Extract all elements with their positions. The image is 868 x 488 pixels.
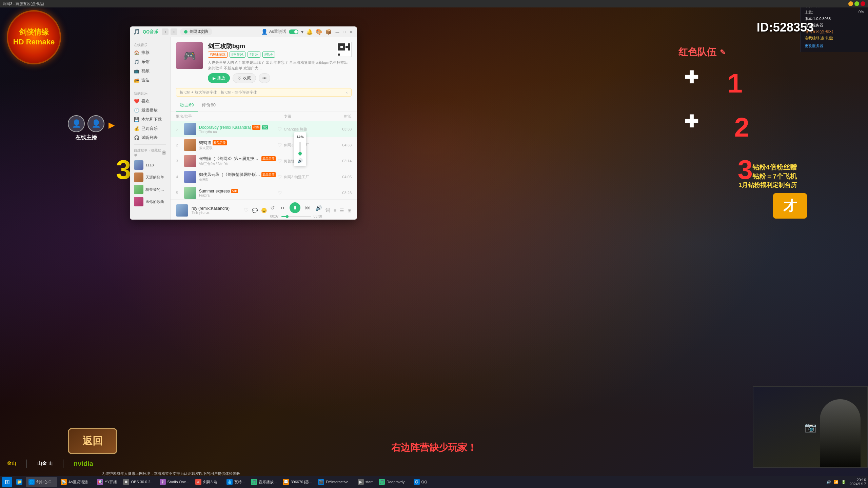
- hint-close-btn[interactable]: ×: [346, 90, 348, 95]
- player-body: 在线音乐 🏠 推荐 🎵 乐馆 📺 视频 📻 雷达 我的音乐 ❤️ 喜欢: [130, 37, 357, 220]
- volume-btn[interactable]: 🔊: [315, 205, 322, 211]
- sidebar-item-purchased[interactable]: 💰 已购音乐: [130, 124, 170, 133]
- player-maximize-btn[interactable]: □: [341, 29, 347, 35]
- sidebar-item-local[interactable]: 💾 本地和下载: [130, 115, 170, 124]
- sidebar-item-songs[interactable]: 🎵 乐馆: [130, 57, 170, 66]
- live-arrow-icon[interactable]: ▶: [108, 120, 115, 130]
- taskbar-item-obs[interactable]: ⏺ OBS 30.0.2...: [120, 477, 156, 487]
- playlist-item-4[interactable]: 送你的歌曲: [130, 196, 170, 208]
- mini-mode-btn[interactable]: ⊞: [348, 208, 352, 213]
- emoji-icon[interactable]: 😊: [261, 208, 267, 213]
- next-btn[interactable]: ⏭: [305, 205, 311, 211]
- taskbar-item-explorer[interactable]: 📁: [14, 477, 25, 487]
- prev-btn[interactable]: ⏮: [279, 205, 285, 211]
- song-row[interactable]: 4 御侠风云录（《剑侠情缘网络版3》器... 极品音质 剑网3 ♡ 剑网3 动漫…: [171, 169, 357, 185]
- song-like-btn[interactable]: ♡: [276, 173, 284, 181]
- taskbar-item-chat[interactable]: 💬 396676·[器...: [280, 477, 315, 487]
- sidebar-item-favorites[interactable]: ❤️ 喜欢: [130, 97, 170, 106]
- sidebar-item-recent[interactable]: 🕐 最近播放: [130, 106, 170, 115]
- playlist-item-2[interactable]: 天涯的歌单: [130, 171, 170, 183]
- notification-icon[interactable]: 🔔: [306, 28, 313, 35]
- lyrics-btn[interactable]: 词: [326, 207, 330, 214]
- song-number: 4: [176, 175, 184, 179]
- skin-icon[interactable]: 🎨: [316, 28, 322, 35]
- repeat-icon[interactable]: ↺: [270, 205, 275, 211]
- upload-label: 上载:: [805, 10, 813, 15]
- play-all-btn[interactable]: ▶ 播放: [208, 73, 230, 83]
- playlist-btn[interactable]: ☰: [340, 208, 344, 213]
- playlist-cover-art: 🎮: [176, 42, 203, 69]
- add-playlist-btn[interactable]: +: [162, 150, 166, 155]
- sidebar-item-trial[interactable]: 🎧 试听列表: [130, 133, 170, 142]
- player-title-bar: 🎵 QQ音乐 ‹ › 剑网3攻防 👤 As重说话 ▾ 🔔 🎨 📦 — □ ×: [130, 26, 357, 37]
- nav-back-btn[interactable]: ‹: [162, 28, 169, 35]
- play-pause-btn[interactable]: ⏸: [290, 202, 300, 213]
- taskbar-item-wat[interactable]: 💧 瓦特...: [224, 477, 248, 487]
- nav-controls: ‹ ›: [162, 28, 177, 35]
- song-like-btn[interactable]: ♡: [276, 141, 284, 149]
- progress-handle[interactable]: [286, 215, 289, 218]
- taskbar-item-start[interactable]: ▶ start: [355, 477, 375, 487]
- song-number: 2: [176, 143, 184, 147]
- progress-track[interactable]: [281, 216, 311, 217]
- song-like-btn[interactable]: ♡: [276, 157, 284, 165]
- tray-icon-3[interactable]: 🔋: [841, 479, 847, 485]
- song-row[interactable]: 2 鹤鸣道 极品音质 萤火爱歌 ♡ 剑网3 动漫工厂 04:33: [171, 137, 357, 153]
- tray-icon-2[interactable]: 📶: [833, 479, 839, 485]
- volume-handle[interactable]: [298, 152, 302, 155]
- red-team-edit-icon[interactable]: ✎: [720, 48, 726, 56]
- song-thumb: [184, 139, 196, 151]
- return-button[interactable]: 返回: [68, 428, 117, 454]
- song-row[interactable]: 3 何曾懂（《剑网3》第三届竞技大师赛... 极品音质 Vk/三食Jw / Ak…: [171, 153, 357, 169]
- video-icon: 📺: [134, 68, 139, 74]
- upload-value: 0%: [859, 10, 864, 15]
- minimize-btn[interactable]: [848, 1, 853, 6]
- taskbar-item-game[interactable]: ⚔ 剑网3·端...: [193, 477, 223, 487]
- qq-music-name: QQ音乐: [143, 29, 158, 35]
- song-like-btn[interactable]: ♡: [276, 189, 284, 197]
- equalizer-btn[interactable]: ≡: [334, 208, 336, 213]
- song-album: Changes 热跑: [284, 127, 331, 132]
- player-minimize-btn[interactable]: —: [335, 29, 340, 35]
- sidebar-item-radio[interactable]: 📻 雷达: [130, 76, 170, 85]
- tray-icon-1[interactable]: 🔊: [826, 479, 832, 485]
- sidebar-item-videos[interactable]: 📺 视频: [130, 66, 170, 76]
- volume-track[interactable]: [299, 142, 301, 156]
- like-btn[interactable]: ♡: [244, 207, 249, 214]
- settings-icon[interactable]: 📦: [325, 28, 332, 35]
- playlist-name-4: 送你的歌曲: [145, 199, 164, 204]
- start-button[interactable]: ⊞: [2, 477, 12, 487]
- taskbar-item-browser[interactable]: 🌐 剑中心·G...: [26, 477, 57, 487]
- taskbar-item-studio[interactable]: 🎙 Studio One...: [157, 477, 192, 487]
- song-row[interactable]: 5 Summer express VIP Frazira ♡ 03:23: [171, 185, 357, 199]
- song-like-btn[interactable]: ♡: [276, 125, 284, 133]
- yellow-button[interactable]: 才: [773, 193, 807, 219]
- close-btn[interactable]: [861, 1, 865, 6]
- tab-comments[interactable]: 评价80: [198, 99, 219, 111]
- dropdown-icon[interactable]: ▾: [301, 29, 303, 35]
- taskbar-item-music[interactable]: 🎵 音乐播放...: [248, 477, 279, 487]
- song-info: 何曾懂（《剑网3》第三届竞技大师赛... 极品音质 Vk/三食Jw / Akn …: [199, 156, 276, 166]
- playlist-item-3[interactable]: 粉莹莹的歌单: [130, 183, 170, 196]
- song-row[interactable]: ♪ Doopravdy (remix Kasandra) 出圈 SQ Tinh …: [171, 121, 357, 137]
- red-team-label: 红色队伍 ✎: [678, 46, 726, 59]
- speaker-icon: 🔊: [297, 158, 303, 163]
- tab-songs[interactable]: 歌曲69: [176, 99, 198, 111]
- taskbar-item-dy[interactable]: 🎬 DYInteractive...: [315, 477, 354, 487]
- taskbar-item-doopravdy[interactable]: 🎵 Doopravdy...: [376, 477, 410, 487]
- hint-text: 按 Ctrl + 放大评论字体，按 Ctrl - 缩小评论字体: [180, 90, 257, 95]
- search-pill[interactable]: 剑网3攻防: [180, 28, 212, 35]
- taskbar-item-qq[interactable]: Q QQ: [411, 477, 430, 487]
- taskbar-item-yy[interactable]: 📢 YY开播: [94, 477, 120, 487]
- nav-forward-btn[interactable]: ›: [171, 28, 177, 35]
- player-close-btn[interactable]: ×: [348, 29, 354, 35]
- taskbar-item-streaming[interactable]: 📡 As重说话活...: [58, 477, 94, 487]
- playlist-item-1[interactable]: 1118: [130, 159, 170, 171]
- maximize-btn[interactable]: [854, 1, 859, 6]
- like-all-btn[interactable]: ♡ 收藏: [233, 73, 256, 83]
- toggle-switch[interactable]: [289, 29, 298, 34]
- change-server-btn[interactable]: 更改服务器: [805, 43, 823, 48]
- more-options-btn[interactable]: •••: [259, 73, 270, 83]
- comment-icon[interactable]: 💬: [252, 208, 258, 213]
- sidebar-item-recommend[interactable]: 🏠 推荐: [130, 48, 170, 57]
